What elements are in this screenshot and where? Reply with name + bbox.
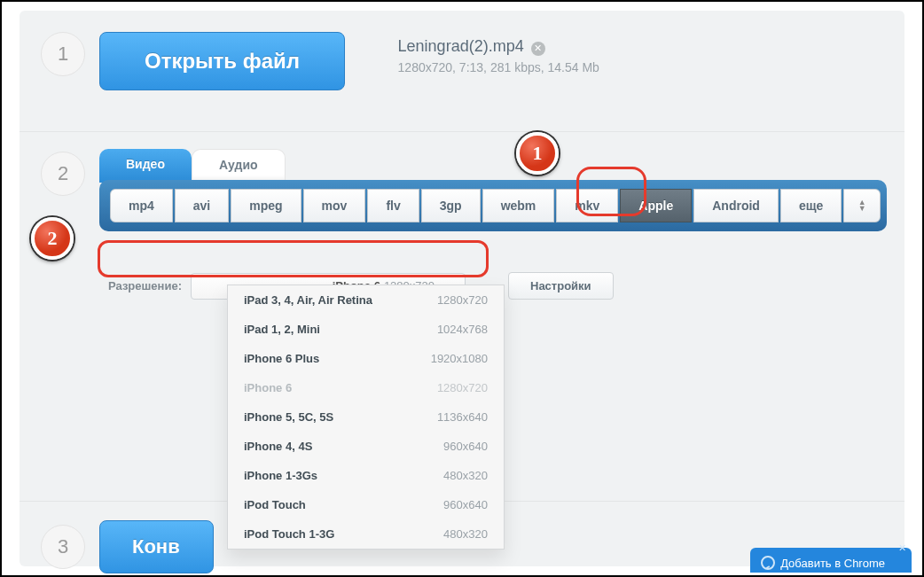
format-more[interactable]: еще bbox=[780, 189, 842, 222]
dd-ipad34[interactable]: iPad 3, 4, Air, Air Retina1280x720 bbox=[228, 285, 504, 315]
step-badge-1: 1 bbox=[41, 32, 85, 76]
dd-ipad12mini[interactable]: iPad 1, 2, Mini1024x768 bbox=[228, 315, 504, 344]
content-panel: 1 Открыть файл Leningrad(2).mp4 ✕ 1280x7… bbox=[20, 11, 904, 566]
settings-button[interactable]: Настройки bbox=[508, 272, 614, 300]
step-1: 1 Открыть файл Leningrad(2).mp4 ✕ 1280x7… bbox=[20, 11, 904, 135]
dd-iphone6plus[interactable]: iPhone 6 Plus1920x1080 bbox=[228, 344, 504, 373]
dd-iphone5[interactable]: iPhone 5, 5C, 5S1136x640 bbox=[228, 402, 504, 432]
format-mpeg[interactable]: mpeg bbox=[231, 189, 301, 222]
format-spinner[interactable]: ▲▼ bbox=[843, 189, 881, 222]
file-meta: 1280x720, 7:13, 281 kbps, 14.54 Mb bbox=[398, 60, 599, 74]
tabs: Видео Аудио mp4 avi mpeg mov flv 3gp web… bbox=[99, 149, 887, 231]
dd-ipodtouch13g[interactable]: iPod Touch 1-3G480x320 bbox=[228, 519, 504, 549]
chevron-updown-icon: ▲▼ bbox=[858, 199, 866, 212]
dd-iphone6[interactable]: iPhone 61280x720 bbox=[228, 373, 504, 402]
file-name: Leningrad(2).mp4 bbox=[398, 37, 524, 55]
format-flv[interactable]: flv bbox=[367, 189, 419, 222]
file-name-row: Leningrad(2).mp4 ✕ bbox=[398, 37, 599, 56]
step-badge-2: 2 bbox=[41, 152, 85, 196]
resolution-label: Разрешение: bbox=[108, 279, 182, 292]
dd-iphone4[interactable]: iPhone 4, 4S960x640 bbox=[228, 432, 504, 461]
step-badge-3: 3 bbox=[41, 525, 85, 569]
format-apple[interactable]: Apple bbox=[620, 189, 692, 222]
format-avi[interactable]: avi bbox=[175, 189, 229, 222]
format-3gp[interactable]: 3gp bbox=[421, 189, 481, 222]
add-to-chrome-label: Добавить в Chrome bbox=[780, 557, 885, 570]
file-info: Leningrad(2).mp4 ✕ 1280x720, 7:13, 281 k… bbox=[398, 37, 599, 74]
separator bbox=[20, 131, 904, 132]
close-icon[interactable]: ✕ bbox=[898, 542, 906, 554]
dd-iphone13gs[interactable]: iPhone 1-3Gs480x320 bbox=[228, 461, 504, 490]
resolution-dropdown: iPad 3, 4, Air, Air Retina1280x720 iPad … bbox=[227, 285, 505, 550]
format-mov[interactable]: mov bbox=[303, 189, 366, 222]
format-mkv[interactable]: mkv bbox=[556, 189, 618, 222]
format-webm[interactable]: webm bbox=[482, 189, 555, 222]
format-android[interactable]: Android bbox=[693, 189, 779, 222]
callout-badge-1: 1 bbox=[516, 132, 559, 175]
convert-button[interactable]: Конв bbox=[99, 520, 214, 573]
chrome-icon bbox=[761, 556, 775, 570]
tab-video[interactable]: Видео bbox=[99, 149, 192, 183]
outer-frame: 1 Открыть файл Leningrad(2).mp4 ✕ 1280x7… bbox=[0, 0, 924, 577]
remove-file-icon[interactable]: ✕ bbox=[531, 42, 545, 56]
dd-ipodtouch[interactable]: iPod Touch960x640 bbox=[228, 490, 504, 519]
open-file-button[interactable]: Открыть файл bbox=[99, 32, 345, 90]
add-to-chrome-pill[interactable]: ✕ Добавить в Chrome bbox=[750, 548, 912, 573]
format-bar: mp4 avi mpeg mov flv 3gp webm mkv Apple … bbox=[99, 180, 887, 231]
tab-audio[interactable]: Аудио bbox=[192, 149, 286, 183]
callout-badge-2: 2 bbox=[31, 217, 74, 260]
format-mp4[interactable]: mp4 bbox=[110, 189, 173, 222]
